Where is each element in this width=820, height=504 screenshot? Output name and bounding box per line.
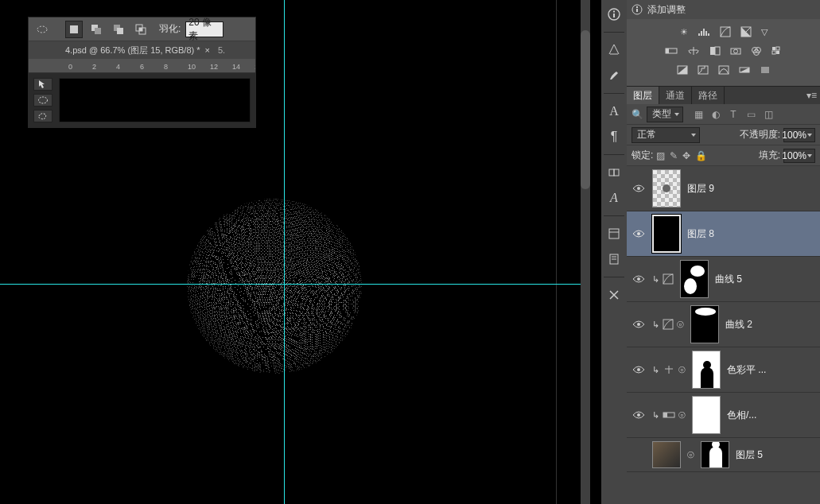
visibility-icon[interactable] [632,227,646,241]
layer-row[interactable]: ↳ ⦾ 色彩平 ... [627,347,820,393]
adj-posterize-icon[interactable] [698,65,709,75]
hue-adj-icon[interactable] [663,410,675,420]
layer-name[interactable]: 图层 9 [687,182,714,196]
adj-channelmixer-icon[interactable] [751,46,762,56]
layer-name[interactable]: 曲线 2 [725,318,752,331]
adj-balance-icon[interactable] [687,46,700,56]
layer-mask-thumbnail[interactable] [680,260,709,298]
opacity-input[interactable]: 100% [783,128,815,142]
filter-shape-icon[interactable]: ▭ [745,109,756,120]
layer-mask-thumbnail[interactable] [701,441,729,468]
adj-exposure-icon[interactable] [740,26,752,37]
glyphs-panel-icon[interactable]: A [604,188,624,207]
layer-mask-thumbnail[interactable] [690,305,719,343]
adj-vibrance-icon[interactable]: ▽ [761,27,768,37]
layer-name[interactable]: 色彩平 ... [727,363,766,377]
layer-row[interactable]: ↳ 曲线 5 [627,257,820,302]
layer-thumbnail[interactable] [652,441,681,468]
visibility-icon[interactable] [632,317,646,331]
layer-row[interactable]: ⦾ 图层 5 [627,438,820,472]
document-tab-extra[interactable]: 5. [218,45,225,55]
layer-row[interactable]: 图层 9 [627,166,820,211]
layer-name[interactable]: 图层 5 [736,448,763,462]
guide-vertical[interactable] [284,0,285,504]
curves-adj-icon[interactable] [663,319,674,330]
filter-smart-icon[interactable]: ◫ [763,109,774,120]
layer-mask-thumbnail[interactable] [692,396,721,434]
adj-bw-icon[interactable] [709,46,721,56]
panel-menu-icon[interactable]: ▾≡ [806,90,817,101]
canvas-scrollbar-vertical[interactable] [581,0,590,504]
character-panel-icon[interactable]: A [604,102,624,121]
clone-source-panel-icon[interactable] [604,163,624,182]
adj-levels-icon[interactable] [698,27,710,37]
layer-mask-thumbnail[interactable] [692,351,721,389]
tab-close-icon[interactable]: × [205,45,210,55]
layer-row[interactable]: ↳ ⦾ 色相/... [627,393,820,438]
adj-hue-icon[interactable] [665,46,678,56]
visibility-icon[interactable] [632,272,646,286]
lock-pixels-icon[interactable]: ✎ [670,150,678,161]
tab-layers[interactable]: 图层 [627,87,659,104]
adj-curves-icon[interactable] [720,26,731,37]
filter-pixel-icon[interactable]: ▦ [693,109,704,120]
brush-panel-icon[interactable] [604,66,624,85]
curves-adj-icon[interactable] [663,273,674,285]
visibility-icon[interactable] [632,181,646,196]
fill-label: 填充: [759,149,780,162]
link-icon[interactable]: ⦾ [677,320,684,330]
adj-gradientmap-icon[interactable] [739,65,750,75]
selection-intersect-icon[interactable] [132,21,150,38]
tools-preset-icon[interactable] [604,285,624,304]
lock-position-icon[interactable]: ✥ [682,150,690,161]
layer-thumbnail[interactable] [652,215,681,253]
lock-transparent-icon[interactable]: ▨ [656,150,665,161]
selection-new-icon[interactable] [65,21,83,38]
noise-sphere-artwork [187,199,362,374]
document-tab[interactable]: 4.psd @ 66.7% (图层 15, RGB/8) * [65,45,200,56]
layer-row[interactable]: 图层 8 [627,211,820,257]
link-icon[interactable]: ⦾ [678,365,686,375]
layer-name[interactable]: 色相/... [727,409,756,422]
filter-adjust-icon[interactable]: ◐ [710,109,721,120]
feather-input[interactable]: 20 像素 [185,21,223,37]
lasso-tool-icon[interactable] [33,110,52,122]
tab-paths[interactable]: 路径 [692,87,725,104]
move-tool-icon[interactable] [33,78,52,91]
guide-horizontal[interactable] [0,284,581,285]
adj-photofilter-icon[interactable] [730,46,741,56]
selection-add-icon[interactable] [87,21,105,38]
swatches-panel-icon[interactable] [604,41,624,60]
link-icon[interactable]: ⦾ [687,450,694,460]
blend-mode-dropdown[interactable]: 正常 [632,127,700,143]
filter-kind-dropdown[interactable]: 类型 [647,107,683,122]
info-panel-icon[interactable] [604,5,624,24]
filter-type-icon[interactable]: T [728,109,739,120]
paragraph-panel-icon[interactable]: ¶ [604,127,624,146]
adj-brightness-icon[interactable]: ☀ [680,27,688,37]
fill-input[interactable]: 100% [783,149,815,163]
history-panel-icon[interactable] [604,250,624,269]
lock-all-icon[interactable]: 🔒 [695,150,707,161]
scrollbar-thumb[interactable] [581,30,590,189]
layer-thumbnail[interactable] [652,169,681,207]
layer-row[interactable]: ↳ ⦾ 曲线 2 [627,302,820,347]
balance-adj-icon[interactable] [663,365,675,374]
link-icon[interactable]: ⦾ [678,410,686,421]
marquee-ellipse-preset-icon[interactable] [33,21,51,38]
visibility-icon[interactable] [632,408,646,422]
visibility-icon[interactable] [632,362,646,377]
adj-selectivecolor-icon[interactable] [760,65,771,75]
layer-name[interactable]: 曲线 5 [715,273,742,286]
adj-colorlookup-icon[interactable] [771,46,783,56]
visibility-icon[interactable] [632,448,646,462]
adj-threshold-icon[interactable] [718,65,729,75]
layer-name[interactable]: 图层 8 [687,227,714,241]
collapsed-dock: A ¶ A [601,0,627,504]
tab-channels[interactable]: 通道 [659,87,692,104]
ellipse-marquee-tool-icon[interactable] [33,94,52,107]
selection-subtract-icon[interactable] [110,21,127,38]
adj-invert-icon[interactable] [677,65,688,75]
ruler-horizontal[interactable]: 0 2 4 6 8 10 12 14 16 [29,59,255,73]
navigator-panel-icon[interactable] [604,224,624,243]
